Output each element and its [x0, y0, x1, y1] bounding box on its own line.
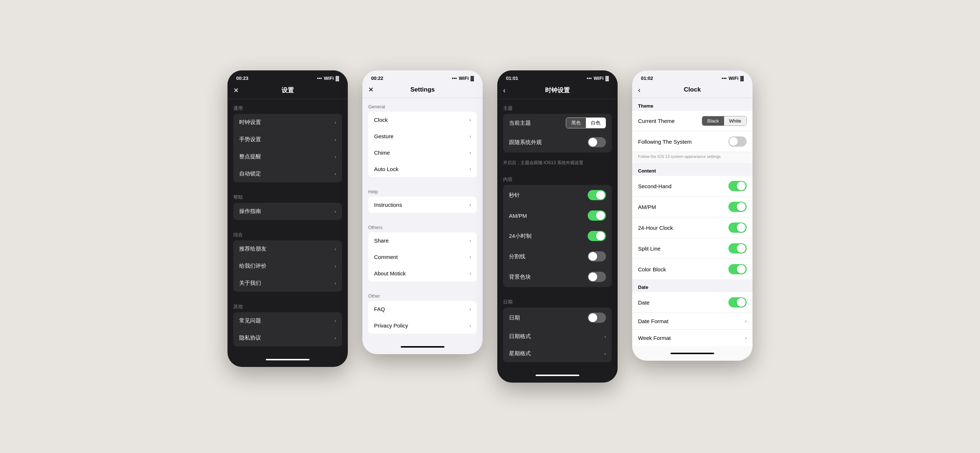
- toggle-following-system[interactable]: [729, 136, 747, 147]
- list-item-colorblock-en[interactable]: Color Block: [632, 259, 752, 279]
- toggle-date[interactable]: [588, 313, 606, 323]
- status-icons-4: ▪▪▪ WiFi ▓: [722, 75, 744, 81]
- list-item-label: FAQ: [374, 306, 385, 312]
- wifi-icon: WiFi: [459, 75, 468, 81]
- section-content-3: 内容 秒针 AM/PM 24小时制 分割线: [497, 170, 617, 287]
- toggle-splitline[interactable]: [588, 251, 606, 262]
- list-item-follow-system[interactable]: 跟随系统外观: [503, 132, 612, 152]
- chevron-icon: ›: [469, 166, 471, 172]
- list-item-24h-cn[interactable]: 24小时制: [503, 226, 612, 246]
- list-item-colorblock-cn[interactable]: 背景色块: [503, 266, 612, 287]
- theme-btn-white-en[interactable]: White: [724, 116, 746, 126]
- list-item-label: 背景色块: [509, 274, 531, 281]
- list-item-date-cn[interactable]: 日期: [503, 308, 612, 328]
- theme-btn-black-en[interactable]: Black: [702, 116, 724, 126]
- list-item-share[interactable]: Share ›: [368, 232, 477, 249]
- chevron-icon: ›: [335, 120, 336, 125]
- home-indicator-3: [497, 368, 617, 383]
- list-item-faq-en[interactable]: FAQ ›: [368, 301, 477, 317]
- back-button-4[interactable]: ‹: [638, 86, 641, 94]
- content-group-4: Second-Hand AM/PM 24-Hour Clock Split Li…: [632, 176, 752, 279]
- toggle-ampm-en[interactable]: [729, 202, 747, 212]
- battery-icon: ▓: [471, 75, 474, 81]
- toggle-date-en[interactable]: [729, 297, 747, 308]
- list-item-ampm-cn[interactable]: AM/PM: [503, 205, 612, 226]
- section-theme-4: Theme Current Theme Black White Followin…: [632, 98, 752, 163]
- list-item-clock-settings[interactable]: 时钟设置 ›: [233, 114, 342, 131]
- time-3: 01:01: [506, 75, 518, 81]
- list-item-faq[interactable]: 常见问题 ›: [233, 312, 342, 329]
- status-bar-1: 00:23 ▪▪▪ WiFi ▓: [228, 70, 348, 83]
- list-item-ampm-en[interactable]: AM/PM: [632, 196, 752, 217]
- list-item-chime[interactable]: 整点提醒 ›: [233, 148, 342, 165]
- theme-buttons[interactable]: 黑色 白色: [566, 118, 606, 128]
- list-item-label: Date Format: [638, 318, 668, 324]
- toggle-splitline-en[interactable]: [729, 243, 747, 254]
- toggle-colorblock[interactable]: [588, 272, 606, 282]
- section-label-general-1: 通用: [228, 99, 348, 114]
- list-item-gesture[interactable]: 手势设置 ›: [233, 131, 342, 148]
- nav-title-4: Clock: [638, 86, 747, 93]
- list-item-instructions-en[interactable]: Instructions ›: [368, 196, 477, 213]
- toggle-24h-en[interactable]: [729, 222, 747, 233]
- list-item-rate[interactable]: 给我们评价 ›: [233, 257, 342, 274]
- list-item-about[interactable]: 关于我们 ›: [233, 274, 342, 292]
- list-item-about-motick[interactable]: About Motick ›: [368, 265, 477, 282]
- chevron-icon: ›: [335, 318, 336, 324]
- list-item-splitline-en[interactable]: Split Line: [632, 238, 752, 259]
- list-item-label: Privacy Policy: [374, 322, 408, 329]
- list-item-autolock[interactable]: 自动锁定 ›: [233, 165, 342, 182]
- home-indicator-2: [363, 340, 483, 354]
- list-item-chime-en[interactable]: Chime ›: [368, 144, 477, 161]
- back-button-3[interactable]: ‹: [503, 86, 506, 94]
- list-item-current-theme-en[interactable]: Current Theme Black White: [632, 111, 752, 131]
- toggle-follow-system[interactable]: [588, 137, 606, 147]
- list-item-gesture-en[interactable]: Gesture ›: [368, 128, 477, 144]
- list-group-date-3: 日期 日期格式 › 星期格式 ›: [503, 308, 612, 362]
- list-item-privacy-en[interactable]: Privacy Policy ›: [368, 317, 477, 334]
- toggle-ampm[interactable]: [588, 211, 606, 221]
- theme-btn-black[interactable]: 黑色: [566, 118, 586, 128]
- nav-bar-4: ‹ Clock: [632, 83, 752, 98]
- list-item-date-format-en[interactable]: Date Format ›: [632, 313, 752, 330]
- toggle-second-hand[interactable]: [588, 190, 606, 200]
- status-icons-1: ▪▪▪ WiFi ▓: [317, 75, 339, 81]
- battery-icon: ▓: [740, 75, 744, 81]
- list-item-instructions[interactable]: 操作指南 ›: [233, 203, 342, 220]
- list-item-label: Comment: [374, 254, 398, 260]
- toggle-24h[interactable]: [588, 231, 606, 241]
- phone-2: 00:22 ▪▪▪ WiFi ▓ ✕ Settings General Cloc…: [363, 70, 483, 354]
- list-item-splitline-cn[interactable]: 分割线: [503, 246, 612, 266]
- list-item-label: 整点提醒: [239, 153, 261, 160]
- chevron-icon: ›: [605, 334, 606, 339]
- list-item-current-theme[interactable]: 当前主题 黑色 白色: [503, 114, 612, 132]
- list-item-label: Second-Hand: [638, 183, 671, 189]
- section-label-help-2: Help: [363, 183, 483, 196]
- chevron-icon: ›: [605, 351, 606, 356]
- toggle-second-hand-en[interactable]: [729, 181, 747, 191]
- theme-btn-white[interactable]: 白色: [586, 118, 606, 128]
- list-item-date-format-cn[interactable]: 日期格式 ›: [503, 328, 612, 345]
- chevron-icon: ›: [469, 254, 471, 260]
- theme-buttons-en[interactable]: Black White: [702, 116, 747, 126]
- list-item-following-system[interactable]: Following The System: [632, 131, 752, 152]
- close-button-1[interactable]: ✕: [233, 86, 239, 94]
- section-theme-3: 主题 当前主题 黑色 白色 跟随系统外观 开启后，主题会跟随 iOS13 系统: [497, 99, 617, 170]
- section-header-theme-4: Theme: [632, 98, 752, 111]
- close-button-2[interactable]: ✕: [368, 86, 374, 94]
- list-item-week-format-cn[interactable]: 星期格式 ›: [503, 345, 612, 362]
- list-item-label: 星期格式: [509, 350, 531, 357]
- list-item-comment[interactable]: Comment ›: [368, 249, 477, 265]
- list-item-autolock-en[interactable]: Auto Lock ›: [368, 161, 477, 177]
- list-item-date-en[interactable]: Date: [632, 292, 752, 313]
- list-item-recommend[interactable]: 推荐给朋友 ›: [233, 240, 342, 257]
- wifi-icon: WiFi: [593, 75, 603, 81]
- toggle-colorblock-en[interactable]: [729, 264, 747, 274]
- list-item-week-format-en[interactable]: Week Format ›: [632, 330, 752, 346]
- list-item-clock[interactable]: Clock ›: [368, 112, 477, 128]
- list-item-privacy[interactable]: 隐私协议 ›: [233, 329, 342, 346]
- list-item-second-hand-en[interactable]: Second-Hand: [632, 176, 752, 196]
- list-item-24h-en[interactable]: 24-Hour Clock: [632, 217, 752, 238]
- list-item-second-hand-cn[interactable]: 秒针: [503, 185, 612, 205]
- list-group-other-2: FAQ › Privacy Policy ›: [368, 301, 477, 334]
